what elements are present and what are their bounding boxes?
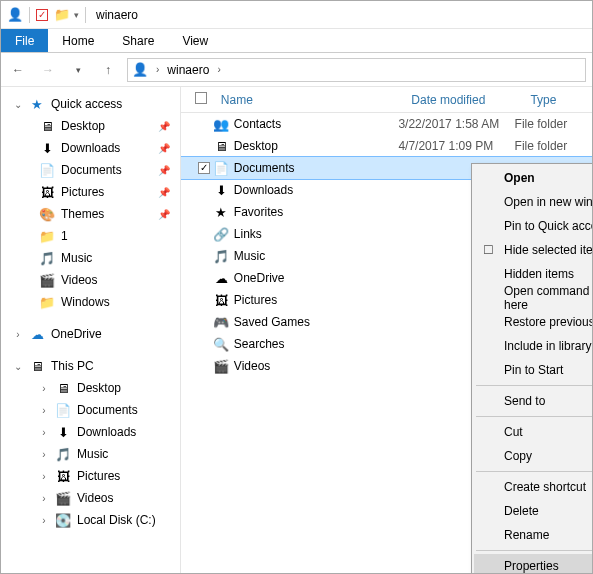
sidebar-item[interactable]: 📄Documents📌: [5, 159, 180, 181]
pin-icon: 📌: [158, 165, 170, 176]
sidebar-this-pc[interactable]: ⌄ 🖥 This PC: [5, 355, 180, 377]
file-icon: 📄: [213, 160, 229, 176]
ctx-open[interactable]: Open: [474, 166, 592, 190]
chevron-right-icon[interactable]: ›: [39, 493, 49, 504]
chevron-right-icon[interactable]: ›: [156, 64, 159, 75]
address-bar[interactable]: 👤 › winaero ›: [127, 58, 586, 82]
sidebar-item[interactable]: 🎬Videos: [5, 269, 180, 291]
chevron-right-icon[interactable]: ›: [39, 427, 49, 438]
file-name: Videos: [230, 359, 399, 373]
item-icon: 🖥: [39, 118, 55, 134]
chevron-down-icon[interactable]: ⌄: [13, 99, 23, 110]
sidebar-item[interactable]: ›⬇Downloads: [5, 421, 180, 443]
chevron-right-icon[interactable]: ›: [39, 383, 49, 394]
file-date: 3/22/2017 1:58 AM: [398, 117, 514, 131]
chevron-down-icon[interactable]: ⌄: [13, 361, 23, 372]
pin-icon: 📌: [158, 187, 170, 198]
sidebar-item[interactable]: 🖥Desktop📌: [5, 115, 180, 137]
chevron-right-icon[interactable]: ›: [39, 405, 49, 416]
item-icon: 🎵: [39, 250, 55, 266]
pin-icon: 📌: [158, 121, 170, 132]
sidebar-item[interactable]: 📁1: [5, 225, 180, 247]
ctx-open-new-window[interactable]: Open in new window: [474, 190, 592, 214]
file-type: File folder: [515, 139, 592, 153]
sidebar-item-label: Videos: [77, 491, 113, 505]
file-name: OneDrive: [230, 271, 399, 285]
recent-dropdown-icon[interactable]: ▾: [67, 59, 89, 81]
item-icon: 🖥: [55, 380, 71, 396]
back-button[interactable]: ←: [7, 59, 29, 81]
sidebar-item[interactable]: ›📄Documents: [5, 399, 180, 421]
item-icon: 🎨: [39, 206, 55, 222]
qat-dropdown-icon[interactable]: ▾: [74, 10, 79, 20]
ctx-include-library[interactable]: Include in library›: [474, 334, 592, 358]
column-type[interactable]: Type: [522, 93, 592, 107]
item-icon: 📄: [55, 402, 71, 418]
sidebar-quick-access[interactable]: ⌄ ★ Quick access: [5, 93, 180, 115]
ctx-rename[interactable]: Rename: [474, 523, 592, 547]
file-name: Links: [230, 227, 399, 241]
sidebar-item[interactable]: ⬇Downloads📌: [5, 137, 180, 159]
row-checkbox[interactable]: ✓: [198, 162, 210, 174]
sidebar-item[interactable]: 📁Windows: [5, 291, 180, 313]
ctx-create-shortcut[interactable]: Create shortcut: [474, 475, 592, 499]
chevron-right-icon[interactable]: ›: [39, 471, 49, 482]
ctx-hide-selected[interactable]: ☐Hide selected items: [474, 238, 592, 262]
tab-view[interactable]: View: [168, 29, 222, 52]
navigation-bar: ← → ▾ ↑ 👤 › winaero ›: [1, 53, 592, 87]
ctx-send-to[interactable]: Send to›: [474, 389, 592, 413]
ctx-hidden-items[interactable]: Hidden items: [474, 262, 592, 286]
sidebar-item[interactable]: 🖼Pictures📌: [5, 181, 180, 203]
sidebar-item-label: Downloads: [61, 141, 120, 155]
file-list-pane: Name Date modified Type 👥Contacts3/22/20…: [181, 87, 592, 573]
sidebar-item-label: Music: [77, 447, 108, 461]
sidebar-item[interactable]: 🎵Music: [5, 247, 180, 269]
ctx-properties[interactable]: Properties: [474, 554, 592, 573]
ctx-pin-start[interactable]: Pin to Start: [474, 358, 592, 382]
file-icon: 🖥: [213, 138, 229, 154]
sidebar-item[interactable]: ›🖥Desktop: [5, 377, 180, 399]
column-name[interactable]: Name: [213, 93, 404, 107]
ctx-cut[interactable]: Cut: [474, 420, 592, 444]
ctx-copy[interactable]: Copy: [474, 444, 592, 468]
ctx-pin-quick-access[interactable]: Pin to Quick access: [474, 214, 592, 238]
file-icon: ☁: [213, 270, 229, 286]
sidebar-item[interactable]: 🎨Themes📌: [5, 203, 180, 225]
chevron-right-icon[interactable]: ›: [217, 64, 220, 75]
item-icon: 📄: [39, 162, 55, 178]
sidebar-item-label: Pictures: [61, 185, 104, 199]
table-row[interactable]: 🖥Desktop4/7/2017 1:09 PMFile folder: [181, 135, 592, 157]
chevron-right-icon[interactable]: ›: [13, 329, 23, 340]
sidebar-item[interactable]: ›🎬Videos: [5, 487, 180, 509]
forward-button[interactable]: →: [37, 59, 59, 81]
select-all-checkbox[interactable]: [195, 92, 207, 104]
tab-file[interactable]: File: [1, 29, 48, 52]
qat-properties-icon[interactable]: ✓: [36, 9, 48, 21]
tab-share[interactable]: Share: [108, 29, 168, 52]
sidebar-onedrive[interactable]: › ☁ OneDrive: [5, 323, 180, 345]
file-name: Music: [230, 249, 399, 263]
ctx-delete[interactable]: Delete: [474, 499, 592, 523]
item-icon: 📁: [39, 228, 55, 244]
tab-home[interactable]: Home: [48, 29, 108, 52]
breadcrumb-current[interactable]: winaero: [167, 63, 209, 77]
sidebar-item[interactable]: ›🖼Pictures: [5, 465, 180, 487]
file-name: Favorites: [230, 205, 399, 219]
item-icon: 🎵: [55, 446, 71, 462]
breadcrumb-user-icon: 👤: [132, 62, 148, 78]
column-date[interactable]: Date modified: [403, 93, 522, 107]
chevron-right-icon[interactable]: ›: [39, 449, 49, 460]
qat-newfolder-icon[interactable]: 📁: [54, 7, 70, 23]
sidebar-item-label: Themes: [61, 207, 104, 221]
file-icon: ★: [213, 204, 229, 220]
file-name: Contacts: [230, 117, 399, 131]
sidebar-item-label: Music: [61, 251, 92, 265]
sidebar-item[interactable]: ›🎵Music: [5, 443, 180, 465]
sidebar-item-label: Pictures: [77, 469, 120, 483]
table-row[interactable]: 👥Contacts3/22/2017 1:58 AMFile folder: [181, 113, 592, 135]
sidebar-item[interactable]: ›💽Local Disk (C:): [5, 509, 180, 531]
up-button[interactable]: ↑: [97, 59, 119, 81]
ctx-open-cmd[interactable]: Open command window here: [474, 286, 592, 310]
chevron-right-icon[interactable]: ›: [39, 515, 49, 526]
ctx-restore-versions[interactable]: Restore previous versions: [474, 310, 592, 334]
